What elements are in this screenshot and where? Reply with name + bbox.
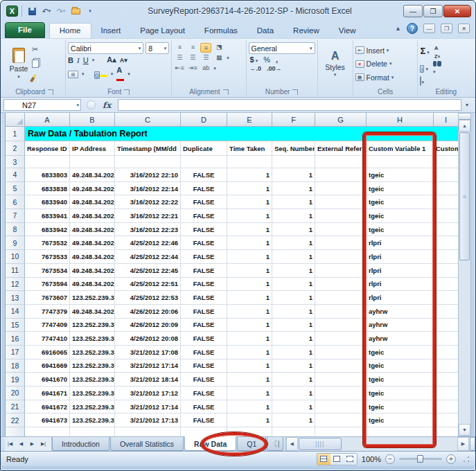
cell[interactable]: FALSE	[181, 414, 227, 427]
field-header-cell[interactable]: Response ID	[25, 141, 70, 156]
cell[interactable]: 1	[272, 264, 315, 278]
cell[interactable]: 3/16/2012 22:21	[115, 209, 181, 223]
cell[interactable]: rlpri	[367, 236, 434, 250]
cell[interactable]: 49.248.34.202	[70, 250, 115, 264]
cell[interactable]	[434, 332, 458, 346]
cell[interactable]	[315, 168, 367, 182]
cell[interactable]: 6941670	[25, 373, 70, 386]
increase-decimal-button[interactable]: ←.0	[250, 65, 262, 72]
currency-format-button[interactable]: $ ▾	[250, 55, 258, 64]
cell[interactable]: 123.252.239.3	[70, 373, 115, 386]
cell[interactable]: 6941673	[25, 414, 70, 427]
sheet-tab-q1[interactable]: Q1	[237, 437, 266, 451]
cell[interactable]: 3/21/2012 17:14	[115, 359, 181, 373]
cell[interactable]: 49.248.34.202	[70, 182, 115, 196]
cell[interactable]: 123.252.239.3	[70, 332, 115, 346]
cell[interactable]	[25, 156, 70, 168]
cell[interactable]: 1	[272, 250, 315, 264]
cell[interactable]: 3/16/2012 22:14	[115, 182, 181, 196]
cell[interactable]: 49.248.34.202	[70, 305, 115, 319]
column-header-E[interactable]: E	[227, 113, 272, 127]
close-button[interactable]: ✕	[443, 5, 471, 17]
cell[interactable]: 49.248.34.202	[70, 264, 115, 278]
cell[interactable]: 6833838	[25, 182, 70, 196]
zoom-slider-handle[interactable]	[417, 455, 423, 463]
insert-worksheet-tab[interactable]: 〔|	[267, 437, 283, 451]
number-format-select[interactable]: General▾	[249, 42, 315, 54]
cell[interactable]: 1	[227, 223, 272, 237]
row-number[interactable]: 14	[6, 305, 25, 319]
cell[interactable]: 1	[227, 305, 272, 319]
workbook-close-button[interactable]: ✕	[458, 24, 470, 33]
cell[interactable]	[434, 319, 458, 332]
cell[interactable]: 3/21/2012 17:13	[115, 414, 181, 427]
cell[interactable]: 4/26/2012 20:09	[115, 319, 181, 332]
cell[interactable]: 6916065	[25, 346, 70, 359]
top-align-icon[interactable]: ≡	[174, 43, 185, 53]
cell[interactable]: 1	[227, 278, 272, 292]
cell[interactable]	[25, 427, 70, 436]
cell[interactable]	[315, 414, 367, 427]
cell[interactable]	[434, 427, 458, 436]
cell[interactable]: ayhrw	[367, 305, 434, 319]
cell[interactable]: 49.248.34.202	[70, 168, 115, 182]
cell[interactable]: tgeic	[367, 168, 434, 182]
workbook-minimize-button[interactable]: —	[423, 24, 435, 33]
cell[interactable]: FALSE	[181, 386, 227, 400]
cell[interactable]	[115, 156, 181, 168]
row-number[interactable]: 1	[6, 127, 25, 141]
autosum-button[interactable]: Σ ▾	[420, 46, 429, 56]
first-sheet-icon[interactable]: |◀	[5, 439, 15, 450]
wrap-text-icon[interactable]: ab	[200, 64, 211, 73]
cell[interactable]: 4/25/2012 22:46	[115, 236, 181, 250]
last-sheet-icon[interactable]: ▶|	[38, 439, 49, 450]
cell[interactable]: 6833940	[25, 195, 70, 209]
row-number[interactable]: 18	[6, 359, 25, 373]
cell[interactable]: 1	[227, 359, 272, 373]
cell[interactable]	[227, 156, 272, 168]
fill-color-button[interactable]: ◇	[94, 70, 107, 79]
cell[interactable]: 49.248.34.202	[70, 223, 115, 237]
scroll-down-icon[interactable]: ▼	[459, 424, 470, 436]
name-box[interactable]: N27▾	[3, 99, 81, 111]
row-number[interactable]: 13	[6, 291, 25, 305]
cell[interactable]: 3/16/2012 22:22	[115, 195, 181, 209]
row-number[interactable]: 6	[6, 195, 25, 209]
italic-button[interactable]: I	[77, 56, 80, 64]
cell[interactable]: 6941671	[25, 386, 70, 400]
cell[interactable]: 1	[272, 319, 315, 332]
cell[interactable]	[315, 223, 367, 237]
cell[interactable]	[434, 359, 458, 373]
cell[interactable]: 4/25/2012 22:51	[115, 278, 181, 292]
increase-font-button[interactable]: A▴	[107, 55, 116, 64]
row-number[interactable]: 2	[6, 141, 25, 156]
cell[interactable]: ayhrw	[367, 332, 434, 346]
open-button[interactable]	[69, 6, 82, 17]
cell[interactable]: 49.248.34.202	[70, 195, 115, 209]
cell[interactable]: 1	[227, 386, 272, 400]
borders-icon[interactable]: ⊞	[68, 71, 78, 78]
align-center-icon[interactable]: ☰	[187, 53, 198, 63]
scroll-left-icon[interactable]: ◀	[286, 437, 298, 451]
cell[interactable]: 3/21/2012 17:14	[115, 400, 181, 414]
cell[interactable]	[315, 236, 367, 250]
cell[interactable]: 6833941	[25, 209, 70, 223]
cell[interactable]	[315, 156, 367, 168]
cell[interactable]: 49.248.34.202	[70, 236, 115, 250]
cell[interactable]	[70, 427, 115, 436]
cell[interactable]	[315, 332, 367, 346]
field-header-cell[interactable]: IP Address	[70, 141, 115, 156]
zoom-level[interactable]: 100%	[362, 455, 381, 463]
cell[interactable]: tgeic	[367, 182, 434, 196]
redo-button[interactable]: ↷▾	[55, 6, 67, 17]
save-button[interactable]	[26, 6, 38, 17]
cell[interactable]: 7673534	[25, 264, 70, 278]
cell[interactable]: tgeic	[367, 209, 434, 223]
minimize-ribbon-icon[interactable]: ▲	[395, 25, 401, 32]
tab-data[interactable]: Data	[247, 24, 283, 38]
find-select-button[interactable]: ▾	[433, 61, 441, 75]
tab-view[interactable]: View	[329, 24, 366, 38]
scroll-up-icon[interactable]: ▲	[459, 120, 470, 132]
paste-button[interactable]: Paste▾	[6, 41, 32, 87]
cell[interactable]: 1	[227, 332, 272, 346]
